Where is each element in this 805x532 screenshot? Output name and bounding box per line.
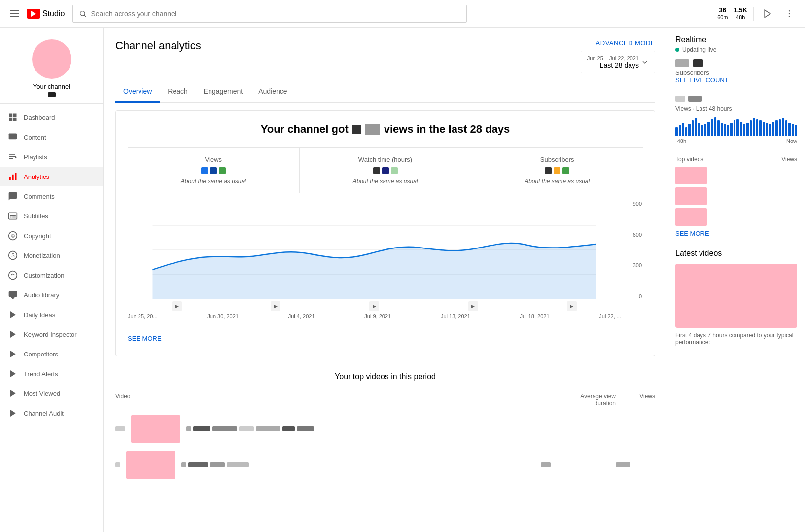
mini-bar xyxy=(675,127,678,136)
col-avg-header: Average viewduration xyxy=(547,393,616,407)
top-video-thumb-2[interactable] xyxy=(675,187,707,205)
dot-green xyxy=(219,167,226,174)
sidebar-item-channel-audit[interactable]: Channel Audit xyxy=(0,403,103,423)
top-videos-panel-header: Top videos Views xyxy=(675,156,797,163)
channel-audit-icon xyxy=(8,408,18,418)
sidebar-item-analytics[interactable]: Analytics xyxy=(0,167,103,186)
video-meta-1 xyxy=(186,426,535,431)
play-icon[interactable] xyxy=(760,6,775,22)
svg-marker-33 xyxy=(10,370,16,378)
panel-see-more-button[interactable]: SEE MORE xyxy=(675,230,797,237)
mini-bar xyxy=(721,123,723,136)
mini-bar xyxy=(727,125,730,136)
video-marker-icon-3[interactable]: ▶ xyxy=(369,301,379,311)
sidebar-item-daily-ideas[interactable]: Daily Ideas xyxy=(0,305,103,324)
main-content: Channel analytics ADVANCED MODE Jun 25 –… xyxy=(104,28,667,532)
table-row xyxy=(115,447,655,483)
top-video-thumb-1[interactable] xyxy=(675,167,707,184)
mini-bar xyxy=(698,123,700,136)
logo[interactable]: Studio xyxy=(27,9,65,19)
analytics-tabs: Overview Reach Engagement Audience xyxy=(115,81,655,103)
svg-marker-2 xyxy=(765,10,770,17)
mini-bar xyxy=(763,122,765,136)
content-icon xyxy=(8,132,18,142)
metric-views: Views About the same as usual xyxy=(128,148,300,193)
sidebar-item-trend-alerts[interactable]: Trend Alerts xyxy=(0,364,103,384)
customization-icon xyxy=(8,270,18,280)
sidebar-item-dashboard[interactable]: Dashboard xyxy=(0,107,103,127)
menu-dots-icon[interactable] xyxy=(781,6,797,22)
video-marker-icon-1[interactable]: ▶ xyxy=(172,301,182,311)
mini-bar xyxy=(685,127,688,136)
mini-bar xyxy=(734,120,736,136)
daily-ideas-icon xyxy=(8,310,18,319)
latest-video-thumbnail[interactable] xyxy=(675,264,797,328)
views-headline: Your channel got views in the last 28 da… xyxy=(128,123,643,136)
video-marker-icon-4[interactable]: ▶ xyxy=(468,301,478,311)
app-body: Your channel Dashboard Content Playlists xyxy=(0,28,805,532)
mini-bar xyxy=(730,123,733,136)
video-thumbnail-2[interactable] xyxy=(126,451,175,479)
svg-rect-18 xyxy=(15,173,16,180)
see-more-button[interactable]: SEE MORE xyxy=(128,327,162,344)
tab-overview[interactable]: Overview xyxy=(115,81,160,103)
sidebar-item-copyright[interactable]: © Copyright xyxy=(0,226,103,246)
dot-dark-blue xyxy=(210,167,217,174)
mini-bar xyxy=(692,120,694,136)
analytics-card: Your channel got views in the last 28 da… xyxy=(115,110,655,356)
menu-hamburger[interactable] xyxy=(8,8,21,19)
tab-engagement[interactable]: Engagement xyxy=(196,81,250,103)
mini-bar xyxy=(717,120,720,136)
mini-bar xyxy=(740,122,742,136)
top-videos-panel-section: Top videos Views SEE MORE xyxy=(675,156,797,237)
sidebar-item-most-viewed[interactable]: Most Viewed xyxy=(0,384,103,403)
subtitles-icon xyxy=(8,211,18,221)
svg-rect-16 xyxy=(9,177,11,180)
sidebar: Your channel Dashboard Content Playlists xyxy=(0,28,104,532)
mini-bar xyxy=(769,124,771,136)
svg-rect-28 xyxy=(11,297,15,298)
video-marker-icon-2[interactable]: ▶ xyxy=(271,301,280,311)
mini-bar xyxy=(746,123,749,136)
tab-reach[interactable]: Reach xyxy=(160,81,195,103)
sidebar-item-subtitles[interactable]: Subtitles xyxy=(0,206,103,226)
sidebar-item-monetization[interactable]: $ Monetization xyxy=(0,246,103,265)
sidebar-item-content[interactable]: Content xyxy=(0,127,103,147)
video-thumbnail-1[interactable] xyxy=(131,415,180,443)
svg-rect-6 xyxy=(9,114,13,117)
subs-icon-1 xyxy=(675,59,689,67)
svg-point-3 xyxy=(789,10,790,11)
top-video-thumb-3[interactable] xyxy=(675,208,707,226)
channel-name: Your channel xyxy=(33,83,70,90)
sidebar-item-customization[interactable]: Customization xyxy=(0,265,103,285)
copyright-icon: © xyxy=(8,231,18,241)
live-indicator: Updating live xyxy=(675,46,797,53)
tab-audience[interactable]: Audience xyxy=(250,81,295,103)
search-input[interactable] xyxy=(91,10,460,18)
video-marker-icon-5[interactable]: ▶ xyxy=(567,301,577,311)
watch-time-dots xyxy=(308,167,463,174)
most-viewed-icon xyxy=(8,389,18,398)
views-48h-section: Views · Last 48 hours -48h Now xyxy=(675,96,797,144)
sidebar-item-playlists[interactable]: Playlists xyxy=(0,147,103,167)
sidebar-item-competitors[interactable]: Competitors xyxy=(0,344,103,364)
dot-blue xyxy=(201,167,208,174)
sidebar-item-audio-library[interactable]: Audio library xyxy=(0,285,103,305)
right-panel: Realtime Updating live Subscribers SEE L… xyxy=(667,28,805,532)
playlists-icon xyxy=(8,152,18,162)
search-bar[interactable] xyxy=(72,5,467,23)
date-range-picker[interactable]: Jun 25 – Jul 22, 2021 Last 28 days xyxy=(581,51,655,73)
views-dots xyxy=(136,167,291,174)
mini-bar xyxy=(782,118,784,136)
metrics-row: Views About the same as usual Watch time… xyxy=(128,147,643,193)
mini-bar xyxy=(792,124,794,136)
advanced-mode-button[interactable]: ADVANCED MODE xyxy=(596,39,655,47)
svg-marker-32 xyxy=(10,351,16,358)
see-live-count-button[interactable]: SEE LIVE COUNT xyxy=(675,76,797,84)
svg-marker-35 xyxy=(10,410,16,417)
sidebar-item-comments[interactable]: Comments xyxy=(0,186,103,206)
comments-icon xyxy=(8,191,18,201)
mini-bar xyxy=(701,125,703,136)
sidebar-item-keyword-inspector[interactable]: Keyword Inspector xyxy=(0,324,103,344)
metric-subscribers: Subscribers About the same as usual xyxy=(471,148,643,193)
